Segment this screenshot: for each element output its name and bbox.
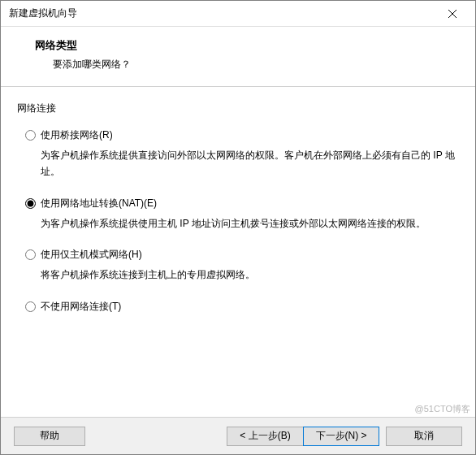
nav-button-group: < 上一步(B) 下一步(N) > <box>227 427 379 446</box>
radio-hostonly-desc: 将客户机操作系统连接到主机上的专用虚拟网络。 <box>41 266 459 283</box>
help-button[interactable]: 帮助 <box>14 427 85 446</box>
cancel-button[interactable]: 取消 <box>386 427 462 446</box>
radio-bridged[interactable] <box>25 130 36 141</box>
radio-hostonly-label[interactable]: 使用仅主机模式网络(H) <box>41 248 142 262</box>
option-none: 不使用网络连接(T) <box>25 300 459 314</box>
window-title: 新建虚拟机向导 <box>9 6 77 20</box>
network-radio-group: 使用桥接网络(R) 为客户机操作系统提供直接访问外部以太网网络的权限。客户机在外… <box>25 128 459 314</box>
radio-nat-label[interactable]: 使用网络地址转换(NAT)(E) <box>41 197 157 210</box>
radio-bridged-label[interactable]: 使用桥接网络(R) <box>41 128 113 142</box>
radio-nat-desc: 为客户机操作系统提供使用主机 IP 地址访问主机拨号连接或外部以太网网络连接的权… <box>41 215 459 232</box>
section-label: 网络连接 <box>17 102 459 115</box>
close-icon <box>448 10 457 18</box>
radio-nat[interactable] <box>25 198 36 209</box>
option-bridged: 使用桥接网络(R) 为客户机操作系统提供直接访问外部以太网网络的权限。客户机在外… <box>25 128 459 180</box>
wizard-footer: 帮助 < 上一步(B) 下一步(N) > 取消 <box>1 417 475 454</box>
radio-hostonly[interactable] <box>25 249 36 260</box>
wizard-dialog: 新建虚拟机向导 网络类型 要添加哪类网络？ 网络连接 使用桥接网络(R) 为客户… <box>0 0 476 455</box>
next-button[interactable]: 下一步(N) > <box>303 427 379 446</box>
page-subtitle: 要添加哪类网络？ <box>53 58 462 72</box>
radio-none-label[interactable]: 不使用网络连接(T) <box>41 300 121 314</box>
page-title: 网络类型 <box>35 38 462 53</box>
radio-none[interactable] <box>25 301 36 312</box>
wizard-header: 网络类型 要添加哪类网络？ <box>1 27 475 87</box>
back-button[interactable]: < 上一步(B) <box>227 427 303 446</box>
option-hostonly: 使用仅主机模式网络(H) 将客户机操作系统连接到主机上的专用虚拟网络。 <box>25 248 459 283</box>
close-button[interactable] <box>436 2 469 25</box>
titlebar: 新建虚拟机向导 <box>1 1 475 27</box>
radio-bridged-desc: 为客户机操作系统提供直接访问外部以太网网络的权限。客户机在外部网络上必须有自己的… <box>41 147 459 180</box>
wizard-content: 网络连接 使用桥接网络(R) 为客户机操作系统提供直接访问外部以太网网络的权限。… <box>1 87 475 417</box>
option-nat: 使用网络地址转换(NAT)(E) 为客户机操作系统提供使用主机 IP 地址访问主… <box>25 197 459 232</box>
